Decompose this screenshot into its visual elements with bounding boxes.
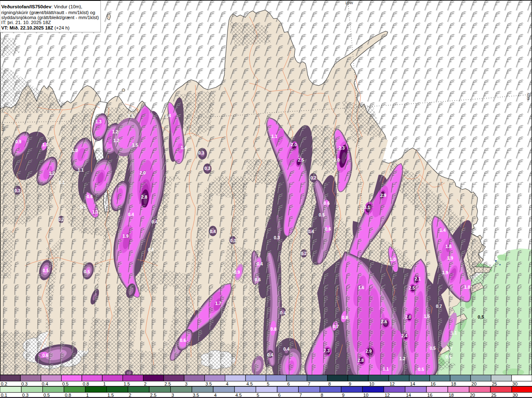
svg-text:VT: Mið. 22.10.2025 18Z (+24 h: VT: Mið. 22.10.2025 18Z (+24 h) — [1, 25, 69, 30]
svg-text:2.0: 2.0 — [140, 170, 146, 175]
svg-text:66N: 66N — [0, 124, 5, 131]
svg-text:18: 18 — [448, 393, 453, 398]
svg-text:0.4: 0.4 — [283, 346, 290, 351]
svg-text:Veðurstofan/IS750dev: Vindur (: Veðurstofan/IS750dev: Vindur (10m), — [1, 4, 82, 9]
svg-text:4.5: 4.5 — [235, 393, 241, 398]
svg-text:1.5: 1.5 — [132, 142, 138, 147]
svg-text:9: 9 — [342, 393, 345, 398]
svg-text:14: 14 — [410, 381, 415, 386]
svg-text:0.7: 0.7 — [436, 304, 442, 309]
svg-text:4: 4 — [214, 393, 217, 398]
svg-text:0.5: 0.5 — [84, 269, 90, 274]
svg-text:0.4: 0.4 — [280, 310, 286, 315]
svg-text:30: 30 — [512, 393, 517, 398]
svg-text:0.8: 0.8 — [83, 381, 89, 386]
svg-text:0.9: 0.9 — [15, 139, 22, 144]
svg-text:12: 12 — [384, 393, 389, 398]
svg-text:66N: 66N — [526, 93, 530, 100]
svg-text:2.5: 2.5 — [298, 157, 304, 162]
svg-text:2.6: 2.6 — [381, 319, 387, 324]
svg-text:2.9: 2.9 — [366, 349, 372, 354]
svg-text:0.5: 0.5 — [62, 381, 69, 386]
svg-text:8: 8 — [328, 381, 331, 386]
svg-text:12: 12 — [389, 381, 394, 386]
svg-text:7: 7 — [299, 393, 302, 398]
svg-text:0.5: 0.5 — [148, 247, 154, 252]
svg-text:2.1: 2.1 — [415, 276, 421, 281]
svg-text:5: 5 — [257, 393, 259, 398]
svg-text:1.0: 1.0 — [72, 148, 78, 153]
svg-text:2: 2 — [129, 393, 131, 398]
svg-text:2.4: 2.4 — [401, 333, 408, 338]
svg-text:1.9: 1.9 — [442, 270, 448, 275]
svg-text:20: 20 — [471, 381, 476, 386]
svg-text:0.2: 0.2 — [301, 251, 307, 256]
svg-text:0.5: 0.5 — [319, 212, 325, 217]
svg-text:1.4: 1.4 — [165, 113, 171, 118]
svg-text:0.3: 0.3 — [21, 381, 27, 386]
svg-text:3: 3 — [185, 381, 187, 386]
svg-text:1.0: 1.0 — [42, 142, 49, 147]
svg-text:4.5: 4.5 — [246, 381, 253, 386]
svg-text:0.7: 0.7 — [446, 346, 453, 351]
svg-text:0.2: 0.2 — [1, 381, 7, 386]
svg-text:1.9: 1.9 — [123, 233, 129, 238]
svg-text:1.1: 1.1 — [383, 366, 389, 371]
svg-text:18: 18 — [451, 381, 456, 386]
svg-text:0.1: 0.1 — [1, 393, 7, 398]
svg-text:1.5: 1.5 — [128, 113, 134, 118]
svg-text:0.4: 0.4 — [42, 381, 48, 386]
svg-text:7: 7 — [308, 381, 310, 386]
svg-text:10: 10 — [369, 381, 374, 386]
svg-text:1: 1 — [86, 393, 89, 398]
svg-text:1.1: 1.1 — [59, 180, 65, 185]
svg-text:0.4: 0.4 — [210, 229, 216, 234]
svg-text:1.9: 1.9 — [447, 256, 453, 260]
svg-text:25: 25 — [492, 381, 497, 386]
svg-text:0.5: 0.5 — [430, 346, 436, 351]
svg-text:3.5: 3.5 — [193, 393, 199, 398]
svg-text:10: 10 — [363, 393, 368, 398]
svg-text:2.8: 2.8 — [141, 194, 148, 199]
svg-text:0.5: 0.5 — [43, 268, 49, 273]
svg-text:30: 30 — [512, 381, 517, 386]
svg-text:0.6: 0.6 — [324, 201, 330, 206]
svg-text:0.6: 0.6 — [42, 353, 49, 358]
svg-text:0.6: 0.6 — [87, 194, 93, 199]
svg-text:1.7: 1.7 — [215, 301, 222, 306]
svg-text:2.5: 2.5 — [409, 285, 415, 290]
svg-text:1.1: 1.1 — [78, 167, 84, 172]
svg-text:1.5: 1.5 — [424, 314, 430, 319]
svg-text:0.3: 0.3 — [274, 235, 280, 240]
svg-text:0.8: 0.8 — [342, 315, 348, 320]
svg-text:0.8: 0.8 — [65, 393, 71, 398]
svg-text:0.5: 0.5 — [418, 367, 424, 372]
svg-text:0.3: 0.3 — [204, 166, 211, 171]
svg-text:IT: þri. 21. 10. 2025 18Z: IT: þri. 21. 10. 2025 18Z — [1, 20, 51, 25]
svg-text:1.4: 1.4 — [440, 228, 446, 233]
svg-text:1.3: 1.3 — [96, 119, 102, 124]
svg-text:5: 5 — [267, 381, 269, 386]
svg-text:1.5: 1.5 — [123, 381, 130, 386]
svg-text:2.8: 2.8 — [358, 358, 364, 363]
svg-text:slydda/snjókoma (grátt/bleikt/: slydda/snjókoma (grátt/bleikt/grænt - mm… — [1, 15, 99, 20]
svg-text:6: 6 — [278, 393, 281, 398]
svg-text:14: 14 — [406, 393, 411, 398]
svg-text:1.2: 1.2 — [113, 138, 120, 143]
svg-text:1.1: 1.1 — [271, 134, 278, 139]
svg-text:16: 16 — [427, 393, 432, 398]
svg-text:0.5: 0.5 — [80, 204, 86, 209]
svg-text:6: 6 — [287, 381, 290, 386]
svg-text:1.5: 1.5 — [108, 393, 114, 398]
svg-text:rigning/skúrir (grænt/blátt/ra: rigning/skúrir (grænt/blátt/rautt - mm/1… — [1, 10, 95, 15]
svg-text:1.8: 1.8 — [446, 244, 452, 249]
svg-text:1.3: 1.3 — [92, 209, 99, 214]
svg-text:2.5: 2.5 — [150, 393, 156, 398]
svg-text:0.3: 0.3 — [230, 238, 236, 243]
svg-text:2.5: 2.5 — [165, 381, 171, 386]
svg-text:2.9: 2.9 — [380, 193, 387, 198]
svg-text:0.6: 0.6 — [325, 226, 331, 231]
svg-text:2.0: 2.0 — [291, 142, 297, 147]
svg-text:3: 3 — [171, 393, 174, 398]
svg-text:20: 20 — [470, 393, 475, 398]
